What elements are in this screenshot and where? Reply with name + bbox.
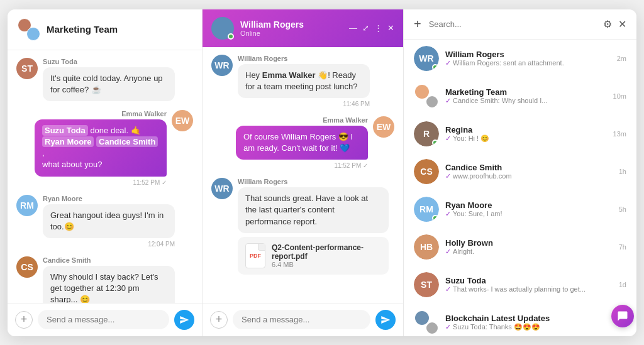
chat-bubble-icon [617,310,628,322]
settings-icon[interactable]: ⚙ [603,18,612,30]
left-message-input[interactable] [38,310,169,329]
avatar: ST [16,58,38,79]
app-container: Marketing Team ST Suzu Toda It's quite c… [8,9,636,336]
preview-text: Suzu Toda: Thanks 🤩😍😍 [453,323,540,331]
message-row: RM Ryan Moore Great hangout idea guys! I… [16,195,193,248]
minimize-icon[interactable]: — [349,23,357,33]
dm-header-info: William Rogers Online [240,19,343,37]
preview-text: You: Sure, I am! [453,210,502,217]
check-icon: ✓ [445,285,451,293]
online-dot [432,215,438,221]
message-row: CS Candice Smith Why should I stay back?… [16,256,193,303]
contacts-list: WR William Rogers ✓ William Rogers: sent… [404,40,636,336]
message-row: WR William Rogers Hey Emma Walker 👋! Rea… [211,55,394,107]
group-header-avatar [18,18,40,41]
msg-bubble: It's quite cold today. Anyone up for cof… [43,67,175,101]
panel-middle: William Rogers Online — ⤢ ⋮ ✕ WR William… [203,9,404,336]
contact-preview: ✓ That works- I was actually planning to… [445,285,613,293]
pdf-label: PDF [250,253,261,259]
left-messages-area: ST Suzu Toda It's quite cold today. Anyo… [8,50,202,303]
contact-item[interactable]: CS Candice Smith ✓ www.proofhub.com 1h [404,153,636,190]
msg-sender: William Rogers [238,55,370,62]
check-icon: ✓ [445,97,451,105]
msg-bubble: That sounds great. Have a look at the la… [238,187,389,233]
dm-header-avatar [211,17,234,40]
preview-text: You: Hi ! 😊 [453,134,489,143]
avatar [425,321,439,335]
more-icon[interactable]: ⋮ [374,23,382,33]
msg-content: William Rogers Hey Emma Walker 👋! Ready … [238,55,370,107]
check-icon: ✓ [445,172,451,180]
contact-item[interactable]: RM Ryan Moore ✓ You: Sure, I am! 5h [404,190,636,228]
contact-name: Suzu Toda [445,276,613,285]
avatar: RM [414,197,439,222]
preview-text: Alright. [453,248,474,255]
send-icon [380,315,391,325]
avatar: R [414,121,439,146]
group-chat-title: Marketing Team [47,24,118,35]
contact-item[interactable]: HB Holly Brown ✓ Alright. 7h [404,228,636,266]
contact-info: William Rogers ✓ William Rogers: sent an… [445,50,611,67]
dm-header-actions: — ⤢ ⋮ ✕ [349,23,394,33]
avatar-circle: HB [414,234,439,260]
contact-item[interactable]: Blockchain Latest Updates ✓ Suzu Toda: T… [404,304,636,336]
middle-attachment-button[interactable]: + [210,311,228,329]
contact-time: 1d [619,281,626,288]
new-contact-button[interactable]: + [414,17,421,31]
contact-time: 13m [613,130,626,138]
preview-text: Candice Smith: Why should I... [453,97,547,104]
preview-text: www.proofhub.com [453,172,512,180]
contact-item[interactable]: WR William Rogers ✓ William Rogers: sent… [404,40,636,77]
middle-send-button[interactable] [375,310,396,330]
contact-item[interactable]: R Regina ✓ You: Hi ! 😊 13m [404,115,636,153]
contact-info: Candice Smith ✓ www.proofhub.com [445,163,613,180]
expand-icon[interactable]: ⤢ [362,23,369,33]
search-input[interactable] [429,17,598,31]
msg-content: Candice Smith Why should I stay back? Le… [43,256,175,303]
contact-info: Ryan Moore ✓ You: Sure, I am! [445,200,613,218]
avatar: ST [414,272,439,297]
online-dot [432,64,438,70]
msg-sender: Emma Walker [236,116,368,124]
contact-time: 2m [617,55,626,62]
close-icon[interactable]: ✕ [387,23,394,33]
contact-info: Holly Brown ✓ Alright. [445,238,613,256]
msg-content: William Rogers That sounds great. Have a… [238,178,389,275]
preview-text: That works- I was actually planning to g… [453,285,586,293]
contact-time: 1h [619,168,626,175]
contact-name: William Rogers [445,50,611,59]
message-row: EW Emma Walker Of course William Rogers … [211,116,394,169]
msg-bubble: Great hangout idea guys! I'm in too.😊 [43,204,175,238]
msg-time: 12:04 PM [43,241,175,248]
avatar: EW [373,116,394,138]
contact-preview: ✓ www.proofhub.com [445,172,613,180]
left-send-button[interactable] [174,310,194,330]
contacts-header: + ⚙ ✕ [404,9,636,40]
contact-item[interactable]: Marketing Team ✓ Candice Smith: Why shou… [404,77,636,115]
avatar-circle: ST [414,272,439,297]
contact-preview: ✓ Suzu Toda: Thanks 🤩😍😍 [445,323,613,331]
avatar: WR [211,55,233,76]
msg-sender: Candice Smith [43,256,175,264]
panel-left: Marketing Team ST Suzu Toda It's quite c… [8,9,203,336]
contact-name: Ryan Moore [445,200,613,210]
search-input-wrap [429,17,598,31]
avatar: CS [16,256,38,278]
dm-header: William Rogers Online — ⤢ ⋮ ✕ [203,9,403,47]
file-info: Q2-Content-performance-report.pdf 6.4 MB [272,243,381,268]
file-attachment[interactable]: PDF Q2-Content-performance-report.pdf 6.… [238,237,389,275]
pdf-icon: PDF [245,243,265,268]
online-dot [432,140,438,146]
contacts-header-icons: ⚙ ✕ [603,18,626,30]
middle-message-input[interactable] [233,310,370,329]
contact-name: Holly Brown [445,238,613,248]
close-contacts-icon[interactable]: ✕ [618,18,626,30]
contact-name: Regina [445,125,607,134]
check-icon: ✓ [445,248,451,256]
contact-item[interactable]: ST Suzu Toda ✓ That works- I was actuall… [404,266,636,304]
msg-content: Suzu Toda It's quite cold today. Anyone … [43,58,175,101]
left-attachment-button[interactable]: + [15,311,33,329]
contact-time: 5h [619,205,626,213]
msg-bubble-sent: Of course William Rogers 😎 I am ready. C… [236,126,368,160]
chat-fab[interactable] [611,305,634,327]
